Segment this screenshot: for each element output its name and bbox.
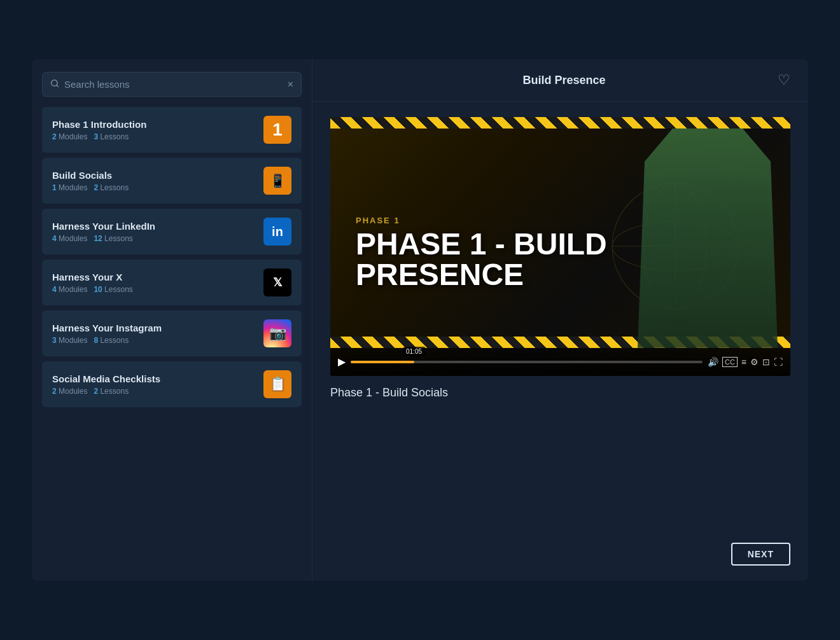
stripe-border-top [330,117,790,129]
lesson-meta: 1 Modules 2 Lessons [52,183,256,192]
time-display: 01:05 [403,347,425,356]
list-item[interactable]: Harness Your X 4 Modules 10 Lessons 𝕏 [42,260,302,305]
lesson-title: Harness Your Instagram [52,323,256,333]
person-silhouette [638,129,778,348]
lesson-icon: 1 [263,116,291,144]
lesson-info: Harness Your LinkedIn 4 Modules 12 Lesso… [52,221,256,243]
lesson-title: Social Media Checklists [52,373,256,384]
lesson-meta: 2 Modules 3 Lessons [52,132,256,141]
volume-icon[interactable]: 🔊 [708,357,718,367]
video-phase-label: PHASE 1 [356,216,607,225]
lesson-subtitle: Phase 1 - Build Socials [330,386,790,400]
lesson-meta: 4 Modules 12 Lessons [52,234,256,243]
lesson-title: Phase 1 Introduction [52,119,256,130]
progress-bar[interactable]: 01:05 [351,361,703,363]
main-container: × Phase 1 Introduction 2 Modules 3 Lesso… [32,59,808,581]
checklist-icon: 📋 [263,370,291,398]
play-button[interactable]: ▶ [338,356,346,368]
lesson-info: Harness Your X 4 Modules 10 Lessons [52,272,256,294]
search-clear-button[interactable]: × [288,80,293,90]
control-icons: 🔊 CC ≡ ⚙ ⊡ ⛶ [708,357,783,367]
progress-fill [351,361,414,363]
video-text-content: PHASE 1 PHASE 1 - BUILD PRESENCE [356,216,607,290]
sidebar: × Phase 1 Introduction 2 Modules 3 Lesso… [32,59,312,581]
linkedin-icon: in [263,218,291,246]
favorite-button[interactable]: ♡ [778,72,790,88]
lesson-info: Social Media Checklists 2 Modules 2 Less… [52,373,256,396]
fullscreen-icon[interactable]: ⛶ [774,357,783,367]
instagram-icon: 📷 [263,319,291,347]
content-body: PHASE 1 PHASE 1 - BUILD PRESENCE [312,102,808,581]
list-item[interactable]: Harness Your Instagram 3 Modules 8 Lesso… [42,310,302,356]
list-item[interactable]: Social Media Checklists 2 Modules 2 Less… [42,361,302,407]
search-bar: × [42,72,302,97]
transcript-icon[interactable]: ≡ [741,357,746,367]
settings-icon[interactable]: ⚙ [750,357,759,367]
lesson-title: Build Socials [52,170,256,181]
video-controls: ▶ 01:05 🔊 CC ≡ ⚙ ⊡ ⛶ [330,348,790,376]
lesson-info: Build Socials 1 Modules 2 Lessons [52,170,256,192]
svg-line-1 [57,85,59,87]
next-button[interactable]: NEXT [731,543,790,566]
search-icon [50,79,59,90]
pip-icon[interactable]: ⊡ [762,357,770,367]
content-title: Build Presence [351,74,778,87]
video-main-title: PHASE 1 - BUILD PRESENCE [356,229,607,290]
lesson-title: Harness Your LinkedIn [52,221,256,232]
video-player[interactable]: PHASE 1 PHASE 1 - BUILD PRESENCE [330,117,790,376]
lesson-meta: 3 Modules 8 Lessons [52,336,256,345]
lesson-info: Phase 1 Introduction 2 Modules 3 Lessons [52,119,256,141]
video-thumbnail: PHASE 1 PHASE 1 - BUILD PRESENCE [330,117,790,376]
search-input[interactable] [64,79,288,90]
lesson-meta: 2 Modules 2 Lessons [52,387,256,396]
list-item[interactable]: Phase 1 Introduction 2 Modules 3 Lessons… [42,107,302,153]
content-header: Build Presence ♡ [312,59,808,102]
list-item[interactable]: Build Socials 1 Modules 2 Lessons 📱 [42,158,302,204]
lesson-meta: 4 Modules 10 Lessons [52,285,256,294]
lesson-title: Harness Your X [52,272,256,282]
lesson-icon: 📱 [263,167,291,195]
captions-icon[interactable]: CC [722,357,738,367]
list-item[interactable]: Harness Your LinkedIn 4 Modules 12 Lesso… [42,209,302,254]
lesson-info: Harness Your Instagram 3 Modules 8 Lesso… [52,323,256,345]
content-area: Build Presence ♡ [312,59,808,581]
x-icon: 𝕏 [263,268,291,296]
